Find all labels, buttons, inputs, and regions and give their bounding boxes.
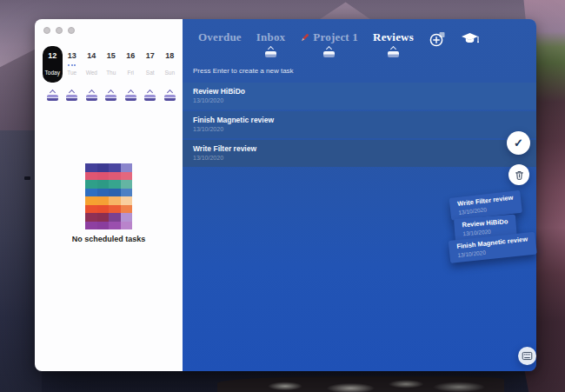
palette-cell: [97, 196, 110, 205]
tab-overdue[interactable]: Overdue: [198, 30, 242, 43]
palette-cell: [85, 213, 97, 222]
palette-cell: [97, 205, 110, 214]
palette-cell: [109, 172, 121, 181]
add-list-button[interactable]: [429, 31, 446, 47]
date-number: 15: [107, 50, 116, 61]
graduation-cap-button[interactable]: [461, 31, 480, 47]
pencil-icon: [300, 32, 310, 43]
date-weekday: Wed: [86, 69, 97, 76]
empty-state-label: No scheduled tasks: [35, 235, 183, 243]
plus-icon: [429, 31, 446, 47]
complete-task-button[interactable]: ✓: [507, 131, 530, 155]
date-weekday: Today: [45, 69, 60, 76]
date-cell-today[interactable]: 12 Today: [43, 46, 63, 83]
trash-icon: [514, 169, 525, 181]
new-task-input[interactable]: Press Enter to create a new task: [183, 65, 536, 76]
date-number: 18: [165, 50, 174, 61]
palette-cell: [121, 196, 133, 205]
task-row[interactable]: Write Filter review 13/10/2020: [183, 140, 536, 167]
date-number: 13: [68, 50, 76, 61]
palette-cell: [97, 180, 110, 189]
palette-cell: [97, 222, 110, 230]
wallpaper-surf: [235, 371, 487, 392]
graduation-cap-icon[interactable]: [66, 90, 77, 101]
date-weekday: Sun: [164, 69, 175, 76]
task-title: Finish Magnetic review: [193, 115, 526, 125]
graduation-cap-icon: [388, 47, 399, 57]
palette-cell: [109, 189, 121, 197]
tab-label: Reviews: [373, 30, 414, 43]
palette-cell: [85, 172, 97, 181]
date-strip: 12 Today 13 Tue 14 Wed 15 Thu: [43, 46, 180, 83]
date-weekday: Fri: [127, 69, 134, 76]
graduation-cap-icon: [461, 31, 480, 47]
keyboard-shortcuts-button[interactable]: [518, 347, 536, 365]
date-number: 12: [48, 50, 56, 61]
date-cell-14[interactable]: 14 Wed: [82, 46, 102, 83]
palette-cell: [109, 180, 121, 189]
tab-label: Project 1: [300, 30, 358, 43]
date-cell-15[interactable]: 15 Thu: [102, 46, 122, 83]
palette-cell: [109, 205, 121, 214]
palette-cell: [97, 213, 110, 222]
palette-cell: [121, 180, 133, 189]
date-weekday: Thu: [106, 69, 116, 76]
palette-cell: [109, 163, 121, 172]
task-row[interactable]: Review HiBiDo 13/10/2020: [183, 83, 536, 110]
task-date: 13/10/2020: [193, 154, 526, 163]
task-list: Review HiBiDo 13/10/2020 Finish Magnetic…: [183, 83, 536, 167]
keyboard-icon: [522, 351, 533, 361]
graduation-cap-icon[interactable]: [86, 90, 97, 101]
palette-cell: [121, 172, 133, 181]
graduation-cap-icon[interactable]: [125, 90, 136, 101]
close-button[interactable]: [43, 27, 50, 34]
tab-text: Project 1: [313, 30, 358, 43]
date-number: 14: [87, 50, 96, 61]
date-number: 17: [146, 50, 155, 61]
date-cell-13[interactable]: 13 Tue: [63, 46, 83, 83]
graduation-cap-icon: [323, 47, 335, 57]
app-window: 12 Today 13 Tue 14 Wed 15 Thu: [35, 19, 536, 371]
graduation-cap-icon[interactable]: [105, 90, 116, 101]
task-title: Review HiBiDo: [193, 86, 526, 96]
date-cell-16[interactable]: 16 Fri: [121, 46, 141, 83]
empty-state-illustration: [85, 163, 132, 229]
palette-cell: [85, 189, 97, 197]
task-dots-indicator: [68, 61, 76, 69]
palette-cell: [85, 196, 97, 205]
date-cap-icons-row: [43, 90, 180, 101]
palette-cell: [121, 205, 133, 214]
graduation-cap-icon[interactable]: [47, 90, 58, 101]
desktop: 12 Today 13 Tue 14 Wed 15 Thu: [0, 0, 565, 392]
date-number: 16: [126, 50, 135, 61]
task-date: 13/10/2020: [193, 96, 526, 105]
palette-cell: [121, 189, 133, 197]
task-row[interactable]: Finish Magnetic review 13/10/2020: [183, 111, 536, 138]
tab-label: Overdue: [198, 30, 242, 43]
tab-project-1[interactable]: Project 1: [300, 30, 358, 57]
date-cell-18[interactable]: 18 Sun: [160, 46, 180, 83]
check-icon: ✓: [514, 136, 523, 149]
palette-cell: [85, 180, 97, 189]
palette-cell: [121, 163, 133, 172]
date-cell-17[interactable]: 17 Sat: [141, 46, 161, 83]
palette-cell: [97, 163, 110, 172]
tab-bar: Overdue Inbox Project 1: [183, 19, 536, 57]
palette-cell: [85, 222, 97, 230]
minimize-button[interactable]: [56, 27, 63, 34]
date-weekday: Sat: [146, 69, 155, 76]
delete-task-button[interactable]: [508, 164, 529, 185]
graduation-cap-icon[interactable]: [164, 90, 176, 101]
zoom-button[interactable]: [68, 27, 75, 34]
tab-label: Inbox: [256, 30, 286, 43]
wallpaper-boat: [24, 176, 30, 180]
palette-cell: [109, 222, 121, 230]
tab-inbox[interactable]: Inbox: [256, 30, 286, 57]
palette-cell: [97, 172, 110, 181]
tab-reviews[interactable]: Reviews: [373, 30, 414, 57]
graduation-cap-icon[interactable]: [144, 90, 156, 101]
window-controls: [43, 27, 75, 34]
task-date: 13/10/2020: [193, 125, 526, 134]
palette-cell: [109, 196, 121, 205]
graduation-cap-icon: [265, 47, 276, 57]
